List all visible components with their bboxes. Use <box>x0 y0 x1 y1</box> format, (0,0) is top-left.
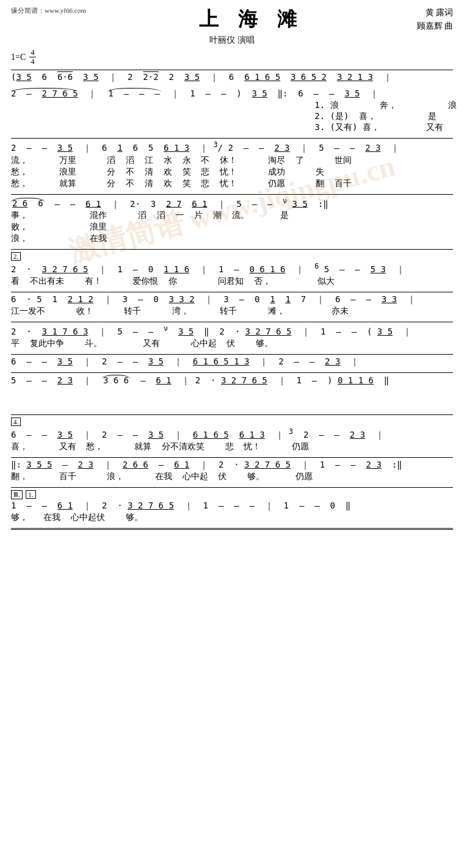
key-time-row: 1=C 4 4 <box>11 48 453 67</box>
performer: 叶丽仪 演唱 <box>209 35 255 46</box>
rehearsal-4: 4. <box>11 418 21 426</box>
site-url: 缘分简谱：www.yf66.com <box>11 6 86 15</box>
notes-2: 2 — 2 7 6 5 ｜ 1 — — — ｜ 1 — — ) 3 5 ‖: 6… <box>11 88 453 99</box>
divider-4 <box>11 249 453 250</box>
divider-10 <box>11 457 453 458</box>
notes-6: 6 · 5 1 2 1 2 ｜ 3 — 0 3 3 2 ｜ 3 — 0 1 1 … <box>11 294 453 305</box>
stave-6: 6 · 5 1 2 1 2 ｜ 3 — 0 3 3 2 ｜ 3 — 0 1 1 … <box>11 294 453 317</box>
composer-name: 顾嘉辉 曲 <box>417 20 454 33</box>
divider-6 <box>11 322 453 322</box>
lyricist: 黄 露词 <box>417 6 454 20</box>
notes-11: ‖: 3 5 5 — 2 3 ｜ 2 6 6 — 6 1 ｜ 2 · 3 2 7… <box>11 460 453 471</box>
lyrics-3b: 愁， 浪里 分 不 清 欢 笑 悲 忧！ 成功 失 <box>11 167 453 178</box>
stave-4: 2 6 6 — — 6 1 ｜ 2· 3 2 7 6 1 ｜ 5 — — ν 3… <box>11 197 453 245</box>
rehearsal-1-small: 1. <box>26 490 35 499</box>
notes-1: (3 5 6 6·6 3 5 ｜ 2 2·2 2 3 5 ｜ 6 6 1 6 5… <box>11 72 453 83</box>
stave-3: 2 — — 3 5 ｜ 6 1 6 5 6 1 3 ｜ 3/ 2 — — 2 3… <box>11 140 453 189</box>
lyrics-3c: 愁， 就算 分 不 清 欢 笑 悲 忧！ 仍愿 翻 百千 <box>11 178 453 189</box>
performer-row: 叶丽仪 演唱 <box>11 35 453 46</box>
credits: 黄 露词 顾嘉辉 曲 <box>417 6 454 34</box>
stave-7: 2 · 3 1 7 6 3 ｜ 5 — — ν 3 5 ‖ 2 · 3 2 7 … <box>11 324 453 349</box>
stave-9: 5 — — 2 3 ｜ 3 6 6 — 6 1 ｜ 2 · 3 2 7 6 5 … <box>11 375 453 410</box>
notes-12: 1 — — 6 1 ｜ 2 · 3 2 7 6 5 ｜ 1 — — — ｜ 1 … <box>11 501 453 512</box>
stave-12: Ⅲ. 1. 1 — — 6 1 ｜ 2 · 3 2 7 6 5 ｜ 1 — — … <box>11 490 453 523</box>
notes-3: 2 — — 3 5 ｜ 6 1 6 5 6 1 3 ｜ 3/ 2 — — 2 3… <box>11 140 453 154</box>
key-label: 1=C <box>11 52 26 62</box>
stave-11: ‖: 3 5 5 — 2 3 ｜ 2 6 6 — 6 1 ｜ 2 · 3 2 7… <box>11 460 453 482</box>
divider-8 <box>11 372 453 373</box>
divider-2 <box>11 138 453 139</box>
stave-2: 2 — 2 7 6 5 ｜ 1 — — — ｜ 1 — — ) 3 5 ‖: 6… <box>11 88 453 133</box>
main-title: 上 海 滩 <box>86 6 417 33</box>
lyrics-3a: 流， 万里 滔 滔 江 水 永 不 休！ 淘尽 了 世间 <box>11 155 453 166</box>
time-signature: 4 4 <box>29 48 36 67</box>
lyrics-12: 够， 在我 心中起伏 够。 <box>11 512 453 523</box>
lyrics-5: 看 不出有未 有！ 爱你恨 你 问君知 否， 似大 <box>11 276 453 287</box>
divider-9 <box>11 414 453 415</box>
divider-5 <box>11 292 453 292</box>
lyrics-9: 爱你恨 ⊕ D.S. <box>11 387 453 410</box>
divider-3 <box>11 194 453 195</box>
lyrics-4b: 败， 浪里 <box>11 222 453 233</box>
lyrics-4a: 事， 混作 滔 滔 一 片 潮 流。 是 <box>11 210 453 221</box>
notes-8: 6 — — 3 5 ｜ 2 — — 3 5 ｜ 6 1 6 5 1 3 ｜ 2 … <box>11 356 453 367</box>
lyrics-11: 翻， 百千 浪， 在我 心中起 伏 够。 仍愿 <box>11 471 453 482</box>
lyrics-7: 平 复此中争 斗。 又有 心中起 伏 够。 <box>11 338 453 349</box>
stave-5: 2. 2 · 3 2 7 6 5 ｜ 1 — 0 1 1 6 ｜ 1 — 0 6… <box>11 251 453 287</box>
notes-10: 6 — — 3 5 ｜ 2 — — 3 5 ｜ 6 1 6 5 6 1 3 ｜ … <box>11 427 453 441</box>
divider-11 <box>11 487 453 488</box>
rehearsal-2: 2. <box>11 252 21 261</box>
lyrics-4c: 浪， 在我 <box>11 233 453 244</box>
notes-9: 5 — — 2 3 ｜ 3 6 6 — 6 1 ｜ 2 · 3 2 7 6 5 … <box>11 375 453 386</box>
lyrics-6: 江一发不 收！ 转千 湾， 转千 滩， 亦未 <box>11 306 453 317</box>
page-content: 激情简谱 www.jiqingpu.cn 缘分简谱：www.yf66.com 上… <box>11 6 453 530</box>
lyrics-2: 1. 浪 奔， 浪 2. (是) 喜， 是 3. (又有) 喜， 又有 <box>11 100 453 133</box>
divider-7 <box>11 354 453 355</box>
divider-1 <box>11 70 453 70</box>
notes-5: 2 · 3 2 7 6 5 ｜ 1 — 0 1 1 6 ｜ 1 — 0 6 1 … <box>11 262 453 275</box>
header: 缘分简谱：www.yf66.com 上 海 滩 黄 露词 顾嘉辉 曲 <box>11 6 453 34</box>
stave-1: (3 5 6 6·6 3 5 ｜ 2 2·2 2 3 5 ｜ 6 6 1 6 5… <box>11 72 453 83</box>
lyrics-10: 喜， 又有 愁， 就算 分不清欢笑 悲 忧！ 仍愿 <box>11 441 453 452</box>
stave-10: 4. 6 — — 3 5 ｜ 2 — — 3 5 ｜ 6 1 6 5 6 1 3… <box>11 417 453 452</box>
stave-8: 6 — — 3 5 ｜ 2 — — 3 5 ｜ 6 1 6 5 1 3 ｜ 2 … <box>11 356 453 367</box>
final-divider <box>11 528 453 530</box>
notes-4: 2 6 6 — — 6 1 ｜ 2· 3 2 7 6 1 ｜ 5 — — ν 3… <box>11 197 453 210</box>
notes-7: 2 · 3 1 7 6 3 ｜ 5 — — ν 3 5 ‖ 2 · 3 2 7 … <box>11 324 453 338</box>
rehearsal-3: Ⅲ. <box>11 490 23 499</box>
